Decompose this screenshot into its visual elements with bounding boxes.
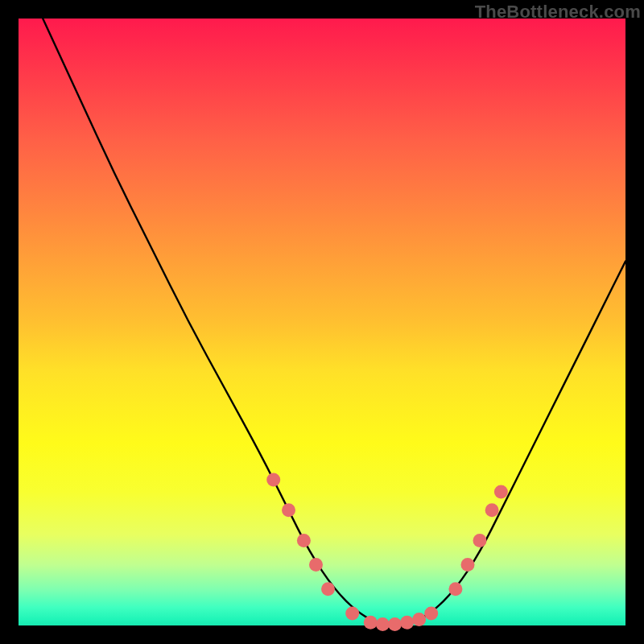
marker-dot [297,534,311,547]
marker-dot [321,582,335,596]
highlight-markers [266,473,508,632]
plot-area [19,19,625,625]
curve-layer [43,19,625,625]
marker-dot [485,503,499,517]
marker-dot [376,617,390,631]
marker-dot [400,616,414,630]
marker-dot [282,503,295,517]
chart-svg [19,19,625,625]
marker-dot [494,485,508,499]
marker-dot [364,616,378,630]
marker-dot [388,617,402,631]
marker-dot [412,613,426,626]
marker-dot [309,558,323,572]
marker-dot [424,606,438,620]
marker-dot [473,534,487,547]
marker-dot [345,606,359,620]
watermark-text: TheBottleneck.com [475,2,641,23]
chart-frame: TheBottleneck.com [0,0,644,644]
marker-dot [461,558,475,572]
bottleneck-curve [43,19,625,625]
marker-dot [266,473,280,487]
marker-dot [448,582,462,596]
